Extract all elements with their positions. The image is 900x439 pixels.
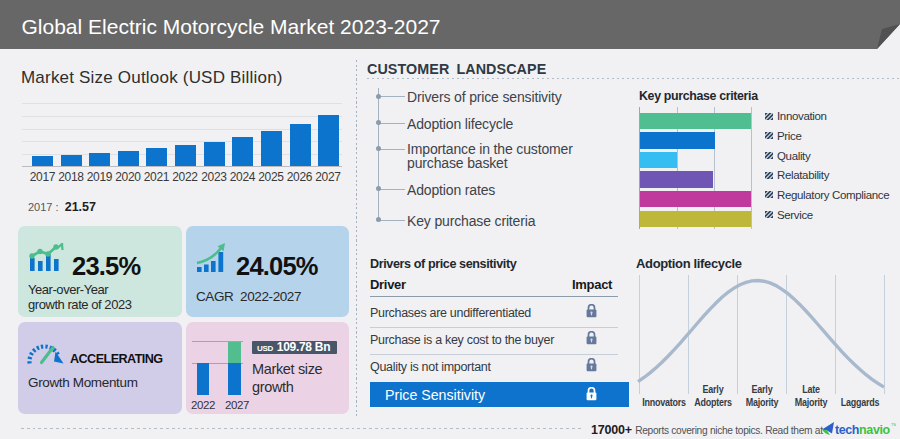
svg-text:TM: TM — [891, 422, 896, 427]
svg-text:technavio: technavio — [835, 423, 891, 437]
